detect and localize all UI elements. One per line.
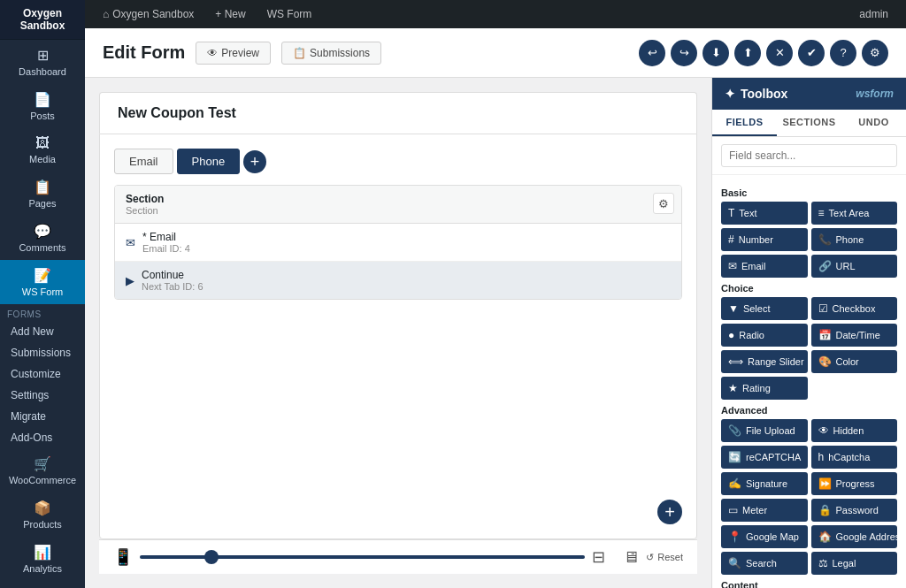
- forms-section-label: Forms: [0, 304, 85, 321]
- sidebar-sub-customize[interactable]: Customize: [0, 363, 85, 385]
- toolbox-tab-undo[interactable]: Undo: [841, 110, 906, 136]
- field-btn-googlemap[interactable]: 📍Google Map: [721, 525, 808, 548]
- admin-bar-site[interactable]: ⌂ Oxygen Sandbox: [96, 0, 201, 28]
- form-canvas: Email Phone + ⚙ Section Section: [99, 134, 697, 539]
- field-btn-hcaptcha[interactable]: hhCaptcha: [811, 446, 898, 469]
- field-btn-search[interactable]: 🔍Search: [721, 552, 808, 575]
- tablet-icon[interactable]: ⊟: [592, 547, 605, 567]
- submissions-button[interactable]: 📋 Submissions: [281, 42, 381, 65]
- sidebar-item-media[interactable]: 🖼 Media: [0, 128, 85, 172]
- sidebar-sub-settings[interactable]: Settings: [0, 385, 85, 406]
- toolbox-tab-fields[interactable]: Fields: [712, 110, 777, 136]
- help-button[interactable]: ?: [830, 40, 856, 66]
- field-btn-signature[interactable]: ✍Signature: [721, 472, 808, 495]
- sidebar-item-dashboard[interactable]: ⊞ Dashboard: [0, 40, 85, 84]
- admin-bar-new[interactable]: + New: [208, 0, 252, 28]
- field-btn-number[interactable]: #Number: [721, 228, 808, 251]
- field-btn-text[interactable]: TText: [721, 202, 808, 225]
- admin-bar-wsform[interactable]: WS Form: [260, 0, 319, 28]
- undo-button[interactable]: ↩: [639, 40, 665, 66]
- sidebar-sub-add-new[interactable]: Add New: [0, 321, 85, 342]
- sidebar-item-label: Dashboard: [19, 66, 66, 77]
- settings-button[interactable]: ⚙: [862, 40, 888, 66]
- add-field-button[interactable]: +: [657, 500, 682, 524]
- sidebar-item-posts[interactable]: 📄 Posts: [0, 84, 85, 128]
- field-btn-meter[interactable]: ▭Meter: [721, 499, 808, 522]
- field-btn-fileupload[interactable]: 📎File Upload: [721, 419, 808, 442]
- sidebar-item-products[interactable]: 📦 Products: [0, 493, 85, 537]
- field-btn-phone[interactable]: 📞Phone: [811, 228, 898, 251]
- field-btn-legal[interactable]: ⚖Legal: [811, 552, 898, 575]
- field-btn-recaptcha[interactable]: 🔄reCAPTCHA: [721, 446, 808, 469]
- toolbox-tab-sections[interactable]: Sections: [777, 110, 841, 136]
- sidebar-item-label: Products: [23, 519, 61, 530]
- desktop-icon[interactable]: 🖥: [623, 548, 639, 567]
- continue-row[interactable]: ▶ Continue Next Tab ID: 6: [115, 262, 681, 299]
- select-icon: ▼: [728, 302, 739, 315]
- sidebar-item-label: Posts: [30, 111, 55, 121]
- field-btn-datetime[interactable]: 📅Date/Time: [811, 324, 898, 347]
- field-btn-select[interactable]: ▼Select: [721, 297, 808, 320]
- continue-sub: Next Tab ID: 6: [142, 281, 203, 292]
- continue-label: Continue: [142, 269, 203, 281]
- reset-icon: ↺: [646, 552, 654, 563]
- field-btn-url[interactable]: 🔗URL: [811, 255, 898, 278]
- download-button[interactable]: ⬇: [703, 40, 729, 66]
- admin-bar: ⌂ Oxygen Sandbox + New WS Form admin: [85, 0, 906, 28]
- form-tab-email[interactable]: Email: [114, 149, 173, 174]
- section-gear-button[interactable]: ⚙: [653, 193, 674, 214]
- sidebar-item-woocommerce[interactable]: 🛒 WooCommerce: [0, 448, 85, 493]
- field-btn-hidden[interactable]: 👁Hidden: [811, 419, 898, 442]
- field-btn-radio[interactable]: ●Radio: [721, 324, 808, 347]
- toolbox-icon: ✦: [725, 87, 735, 101]
- field-btn-range[interactable]: ⟺Range Slider: [721, 350, 808, 373]
- field-row-email[interactable]: ✉ * Email Email ID: 4: [115, 224, 681, 262]
- field-btn-checkbox[interactable]: ☑Checkbox: [811, 297, 898, 320]
- redo-button[interactable]: ↪: [671, 40, 697, 66]
- choice-fields: ▼Select ☑Checkbox ●Radio 📅Date/Time ⟺Ran…: [721, 297, 897, 400]
- basic-fields: TText ≡Text Area #Number 📞Phone ✉Email 🔗…: [721, 202, 897, 278]
- field-btn-textarea[interactable]: ≡Text Area: [811, 202, 898, 225]
- recaptcha-icon: 🔄: [728, 451, 741, 463]
- signature-icon: ✍: [728, 477, 741, 490]
- posts-icon: 📄: [34, 91, 51, 108]
- sidebar-sub-addons[interactable]: Add-Ons: [0, 427, 85, 448]
- add-tab-button[interactable]: +: [243, 150, 266, 173]
- check-button[interactable]: ✔: [798, 40, 825, 66]
- upload-button[interactable]: ⬆: [734, 40, 761, 66]
- sidebar-item-label: WS Form: [22, 286, 63, 297]
- sidebar-item-wsform[interactable]: 📝 WS Form: [0, 260, 85, 304]
- field-btn-googleaddress[interactable]: 🏠Google Address: [811, 525, 898, 548]
- meter-icon: ▭: [728, 504, 738, 516]
- sidebar-sub-migrate[interactable]: Migrate: [0, 406, 85, 427]
- sidebar-item-marketing[interactable]: 📣 Marketing: [0, 581, 85, 588]
- color-icon: 🎨: [818, 355, 832, 368]
- rating-icon: ★: [728, 382, 738, 394]
- zoom-slider[interactable]: [140, 555, 585, 559]
- progress-icon: ⏩: [818, 477, 832, 490]
- toolbox-tabs: Fields Sections Undo: [712, 110, 906, 137]
- form-title-bar: New Coupon Test: [99, 92, 697, 134]
- radio-icon: ●: [728, 329, 734, 341]
- sidebar-item-pages[interactable]: 📋 Pages: [0, 172, 85, 216]
- field-btn-color[interactable]: 🎨Color: [811, 350, 898, 373]
- mobile-icon[interactable]: 📱: [113, 547, 133, 567]
- preview-button[interactable]: 👁 Preview: [196, 42, 271, 65]
- admin-bar-admin[interactable]: admin: [852, 8, 895, 20]
- field-btn-password[interactable]: 🔒Password: [811, 499, 898, 522]
- form-tab-phone[interactable]: Phone: [177, 149, 241, 174]
- email-icon: ✉: [728, 260, 737, 272]
- field-btn-progress[interactable]: ⏩Progress: [811, 472, 898, 495]
- sidebar-sub-submissions[interactable]: Submissions: [0, 342, 85, 363]
- admin-bar-right: admin: [852, 8, 895, 20]
- field-btn-rating[interactable]: ★Rating: [721, 377, 808, 400]
- page-title: Edit Form: [103, 42, 185, 63]
- googlemap-icon: 📍: [728, 531, 741, 543]
- sidebar-item-analytics[interactable]: 📊 Analytics: [0, 537, 85, 581]
- field-search-input[interactable]: [721, 144, 897, 167]
- field-btn-email[interactable]: ✉Email: [721, 255, 808, 278]
- close-button[interactable]: ✕: [766, 40, 793, 66]
- reset-zoom-button[interactable]: ↺ Reset: [646, 552, 683, 563]
- sidebar-item-comments[interactable]: 💬 Comments: [0, 216, 85, 260]
- analytics-icon: 📊: [34, 544, 51, 561]
